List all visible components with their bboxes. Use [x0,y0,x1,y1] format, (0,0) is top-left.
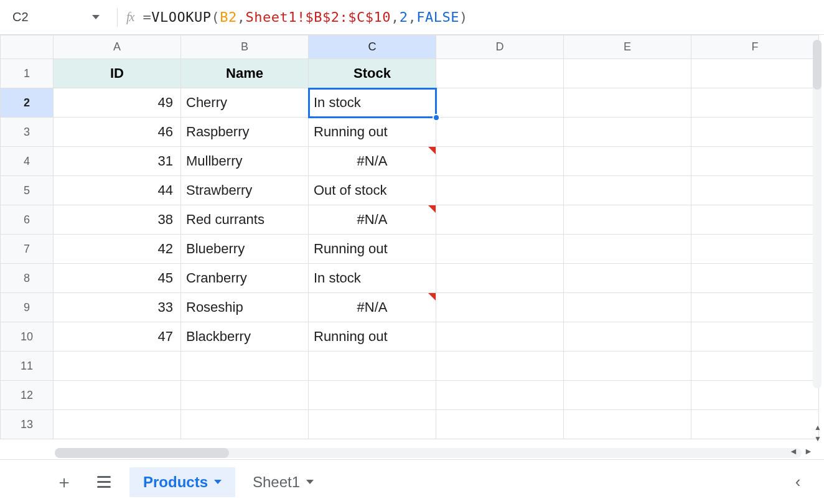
cell-F3[interactable] [691,118,819,147]
error-indicator-icon[interactable] [428,293,436,301]
row-header-1[interactable]: 1 [1,59,54,88]
column-header-C[interactable]: C [309,35,436,59]
cell-A7[interactable]: 42 [54,235,181,264]
name-box[interactable]: C2 [6,7,106,27]
cell-C4[interactable]: #N/A [309,147,436,176]
cell-F7[interactable] [691,235,819,264]
sheet-tab-sheet1[interactable]: Sheet1 [239,467,327,497]
error-indicator-icon[interactable] [428,147,436,154]
cell-C13[interactable] [309,410,436,439]
horizontal-scrollbar-thumb[interactable] [55,448,229,458]
cell-E3[interactable] [564,118,691,147]
spreadsheet-grid[interactable]: ABCDEF 1IDNameStock249CherryIn stock346R… [0,35,824,459]
cell-F2[interactable] [691,88,819,118]
cell-E2[interactable] [564,88,691,118]
cell-A11[interactable] [54,352,181,381]
cell-B6[interactable]: Red currants [181,205,309,235]
cell-C8[interactable]: In stock [309,264,436,293]
formula-input[interactable]: =VLOOKUP(B2,Sheet1!$B$2:$C$10,2,FALSE) [143,9,467,25]
cell-D3[interactable] [436,118,564,147]
cell-D6[interactable] [436,205,564,235]
vertical-scroll-arrows[interactable]: ▲▼ [813,423,823,444]
cell-A2[interactable]: 49 [54,88,181,118]
cell-B9[interactable]: Roseship [181,293,309,322]
row-header-3[interactable]: 3 [1,118,54,147]
cell-D1[interactable] [436,59,564,88]
row-header-12[interactable]: 12 [1,381,54,410]
cell-A4[interactable]: 31 [54,147,181,176]
cell-D11[interactable] [436,352,564,381]
row-header-13[interactable]: 13 [1,410,54,439]
cell-C10[interactable]: Running out [309,322,436,352]
row-header-2[interactable]: 2 [1,88,54,118]
error-indicator-icon[interactable] [428,205,436,213]
all-sheets-button[interactable] [90,468,118,497]
cell-E13[interactable] [564,410,691,439]
cell-B1[interactable]: Name [181,59,309,88]
cell-B2[interactable]: Cherry [181,88,309,118]
cell-E9[interactable] [564,293,691,322]
select-all-corner[interactable] [1,35,54,59]
column-header-D[interactable]: D [436,35,564,59]
cell-B5[interactable]: Strawberry [181,176,309,205]
cell-F4[interactable] [691,147,819,176]
cell-B7[interactable]: Blueberry [181,235,309,264]
column-header-F[interactable]: F [691,35,819,59]
cell-C11[interactable] [309,352,436,381]
cell-A13[interactable] [54,410,181,439]
row-header-7[interactable]: 7 [1,235,54,264]
cell-B4[interactable]: Mullberry [181,147,309,176]
row-header-10[interactable]: 10 [1,322,54,352]
cell-B11[interactable] [181,352,309,381]
sheet-tab-products[interactable]: Products [129,467,235,497]
cell-D12[interactable] [436,381,564,410]
cell-F11[interactable] [691,352,819,381]
cell-C2[interactable]: In stock [309,88,436,118]
cell-B8[interactable]: Cranberry [181,264,309,293]
add-sheet-button[interactable]: ＋ [50,468,78,497]
column-header-E[interactable]: E [564,35,691,59]
cell-F10[interactable] [691,322,819,352]
cell-F13[interactable] [691,410,819,439]
cell-C9[interactable]: #N/A [309,293,436,322]
column-header-B[interactable]: B [181,35,309,59]
row-header-11[interactable]: 11 [1,352,54,381]
cell-A12[interactable] [54,381,181,410]
cell-B12[interactable] [181,381,309,410]
cell-F5[interactable] [691,176,819,205]
cell-E5[interactable] [564,176,691,205]
cell-F6[interactable] [691,205,819,235]
cell-E8[interactable] [564,264,691,293]
selection-fill-handle[interactable] [433,114,440,121]
explore-button[interactable]: ‹ [787,470,809,493]
chevron-down-icon[interactable] [306,480,314,484]
cell-C12[interactable] [309,381,436,410]
cell-C6[interactable]: #N/A [309,205,436,235]
vertical-scrollbar-track[interactable] [813,40,822,388]
cell-E4[interactable] [564,147,691,176]
cell-E6[interactable] [564,205,691,235]
cell-E1[interactable] [564,59,691,88]
cell-A6[interactable]: 38 [54,205,181,235]
cell-C5[interactable]: Out of stock [309,176,436,205]
row-header-4[interactable]: 4 [1,147,54,176]
cell-E10[interactable] [564,322,691,352]
cell-C1[interactable]: Stock [309,59,436,88]
cell-B10[interactable]: Blackberry [181,322,309,352]
cell-D2[interactable] [436,88,564,118]
horizontal-scroll-arrows[interactable]: ◄► [788,446,814,457]
cell-D5[interactable] [436,176,564,205]
cell-E11[interactable] [564,352,691,381]
column-header-A[interactable]: A [54,35,181,59]
cell-E7[interactable] [564,235,691,264]
cell-F8[interactable] [691,264,819,293]
cell-F9[interactable] [691,293,819,322]
vertical-scrollbar-thumb[interactable] [813,40,822,90]
cell-D13[interactable] [436,410,564,439]
cell-D8[interactable] [436,264,564,293]
cell-A10[interactable]: 47 [54,322,181,352]
cell-A8[interactable]: 45 [54,264,181,293]
cell-E12[interactable] [564,381,691,410]
cell-F1[interactable] [691,59,819,88]
cell-F12[interactable] [691,381,819,410]
